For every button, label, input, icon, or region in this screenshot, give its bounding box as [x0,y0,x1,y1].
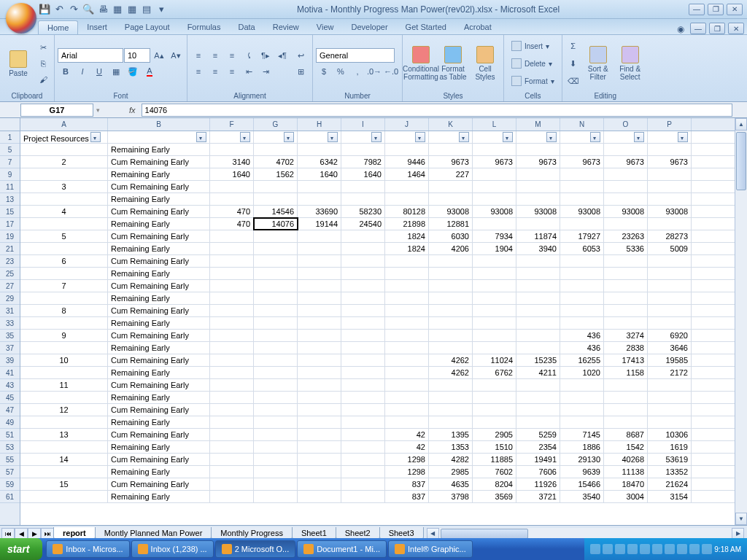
cell[interactable] [385,342,429,354]
row-header[interactable]: 25 [0,268,20,280]
cell[interactable] [516,330,560,341]
row-header[interactable]: 19 [0,230,20,243]
ribbon-tab-acrobat[interactable]: Acrobat [455,20,500,34]
cell[interactable] [385,280,429,292]
cell[interactable] [298,379,341,391]
cell[interactable]: 9446 [385,156,429,168]
workbook-minimize-button[interactable]: — [690,23,706,34]
filter-dropdown-icon[interactable] [678,132,688,142]
cell[interactable]: Cum Remaining Early [108,230,210,242]
align-middle-icon[interactable]: ≡ [207,48,223,63]
cell[interactable] [560,181,604,192]
cell[interactable] [108,131,210,143]
fill-icon[interactable]: ⬇ [565,56,581,71]
ribbon-tab-developer[interactable]: Developer [342,20,396,34]
cell[interactable]: 2985 [429,466,473,478]
worksheet-grid[interactable]: 1579111315171921232527293133353739414345… [0,118,747,525]
taskbar-item[interactable]: Intel® Graphic... [388,540,473,558]
cell[interactable] [254,491,298,502]
cell[interactable]: 3798 [429,491,473,502]
cell[interactable]: 2 [20,156,108,168]
cell[interactable]: 19491 [516,454,560,465]
cell[interactable]: 9639 [560,466,604,478]
column-header[interactable]: N [560,118,604,131]
cell[interactable] [254,255,298,267]
cell[interactable]: 93008 [560,206,604,217]
cell[interactable] [298,429,341,440]
filter-dropdown-icon[interactable] [415,132,425,142]
cell[interactable] [560,268,604,279]
cell[interactable] [516,193,560,205]
cell[interactable] [516,255,560,267]
qat-more-icon[interactable]: ▾ [155,3,168,16]
cell[interactable]: Cum Remaining Early [108,404,210,416]
cell[interactable]: 11926 [516,478,560,490]
cell[interactable]: 93008 [516,206,560,217]
cell[interactable] [20,292,108,304]
cell[interactable] [648,181,692,192]
bold-button[interactable]: B [58,64,74,79]
cell[interactable] [473,416,516,428]
cell[interactable]: 15 [20,478,108,490]
cell[interactable] [385,255,429,267]
cell[interactable] [516,392,560,403]
cell[interactable]: 3646 [648,342,692,354]
cell[interactable]: 4 [20,206,108,217]
cell[interactable] [560,404,604,416]
cell[interactable] [254,268,298,279]
cell[interactable] [20,491,108,502]
tray-icon[interactable] [603,544,613,554]
cell[interactable]: 1510 [473,441,516,453]
row-header[interactable]: 41 [0,367,20,379]
cell[interactable] [254,416,298,428]
cell[interactable] [648,268,692,279]
cell[interactable] [254,367,298,378]
column-header[interactable]: I [341,118,385,131]
office-button[interactable] [6,3,36,34]
row-header[interactable]: 27 [0,280,20,292]
cell[interactable] [560,131,604,143]
cell[interactable] [516,404,560,416]
cell[interactable] [429,280,473,292]
cell[interactable]: 436 [560,330,604,341]
cell[interactable] [298,416,341,428]
cell[interactable] [341,416,385,428]
cell[interactable] [473,317,516,329]
cell[interactable]: 227 [429,168,473,180]
cell[interactable]: 14 [20,454,108,465]
row-header[interactable]: 43 [0,379,20,392]
cell[interactable]: 1353 [429,441,473,453]
cell[interactable] [254,305,298,316]
cell[interactable] [210,392,254,403]
cell[interactable] [604,280,648,292]
cell[interactable] [254,392,298,403]
cell[interactable] [210,491,254,502]
cell[interactable]: 10306 [648,429,692,440]
cell[interactable] [429,404,473,416]
row-header[interactable]: 37 [0,342,20,354]
name-box-dropdown-icon[interactable]: ▾ [96,106,100,114]
cell[interactable] [385,193,429,205]
cell[interactable]: 7 [20,280,108,292]
fx-icon[interactable]: fx [129,106,136,114]
orientation-icon[interactable]: ⤹ [241,48,257,63]
cell[interactable]: 58230 [341,206,385,217]
cell[interactable] [341,429,385,440]
cell[interactable] [473,268,516,279]
cell[interactable] [341,330,385,341]
cell[interactable]: 2172 [648,367,692,378]
cell[interactable] [385,379,429,391]
cell[interactable]: 33690 [298,206,341,217]
cell[interactable]: Cum Remaining Early [108,280,210,292]
cell[interactable] [604,168,648,180]
cell[interactable]: 2905 [473,429,516,440]
cell[interactable] [20,168,108,180]
cell[interactable] [648,144,692,155]
increase-font-icon[interactable]: A▴ [151,48,167,63]
cell[interactable]: 19585 [648,354,692,366]
format-as-table-button[interactable]: Format as Table [438,43,468,84]
cell[interactable] [298,330,341,341]
cell[interactable] [210,255,254,267]
cell[interactable] [429,330,473,341]
cell[interactable]: 13352 [648,466,692,478]
